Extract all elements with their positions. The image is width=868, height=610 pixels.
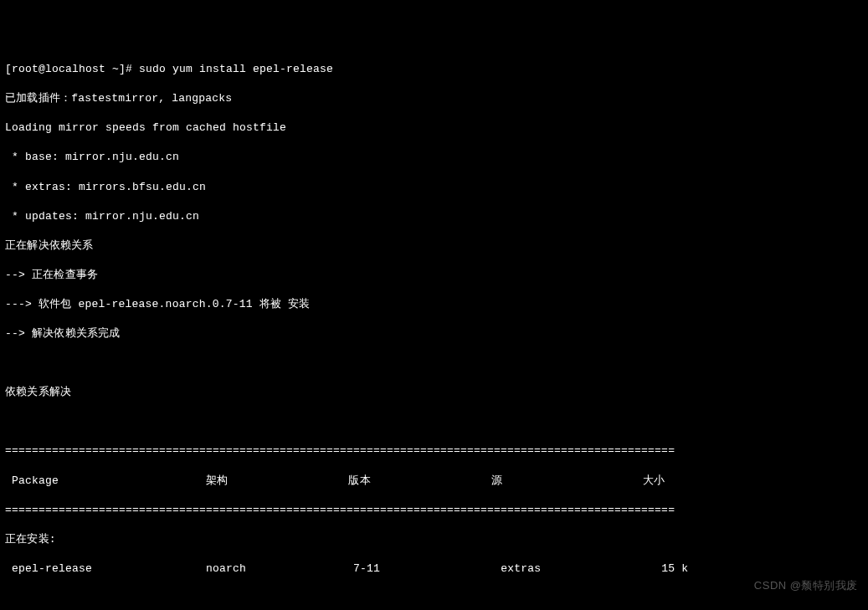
th-size: 大小 bbox=[643, 474, 665, 487]
th-package: Package bbox=[5, 474, 59, 487]
terminal-line: 已加载插件：fastestmirror, langpacks bbox=[5, 91, 863, 106]
shell-prompt: [root@localhost ~]# bbox=[5, 63, 139, 75]
cell-repo: extras bbox=[501, 562, 541, 575]
table-separator: ========================================… bbox=[5, 443, 863, 459]
table-row: epel-release noarch 7-11 extras 15 k bbox=[5, 561, 863, 577]
th-repo: 源 bbox=[491, 474, 502, 487]
terminal-line-prompt-cmd: [root@localhost ~]# sudo yum install epe… bbox=[5, 62, 863, 77]
table-header-row: Package 架构 版本 源 大小 bbox=[5, 474, 863, 489]
terminal-line: 正在解决依赖关系 bbox=[5, 238, 863, 254]
watermark-text: CSDN @颓特别我废 bbox=[754, 578, 858, 593]
terminal-line: --> 解决依赖关系完成 bbox=[5, 326, 863, 341]
table-separator: ========================================… bbox=[5, 503, 863, 518]
terminal-line: Loading mirror speeds from cached hostfi… bbox=[5, 120, 863, 136]
cell-package: epel-release bbox=[5, 562, 92, 575]
terminal-line: * extras: mirrors.bfsu.edu.cn bbox=[5, 180, 863, 195]
terminal-line: * base: mirror.nju.edu.cn bbox=[5, 150, 863, 165]
terminal-line: ---> 软件包 epel-release.noarch.0.7-11 将被 安… bbox=[5, 297, 863, 312]
th-version: 版本 bbox=[348, 474, 370, 487]
terminal-blank-line bbox=[5, 591, 863, 606]
entered-command: sudo yum install epel-release bbox=[139, 63, 333, 75]
terminal-blank-line bbox=[5, 414, 863, 429]
terminal-line: --> 正在检查事务 bbox=[5, 268, 863, 283]
cell-size: 15 k bbox=[661, 562, 688, 575]
terminal-line: 依赖关系解决 bbox=[5, 385, 863, 400]
th-arch: 架构 bbox=[206, 474, 228, 487]
terminal-blank-line bbox=[5, 356, 863, 371]
cell-version: 7-11 bbox=[353, 562, 380, 575]
cell-arch: noarch bbox=[206, 562, 246, 575]
terminal-line: * updates: mirror.nju.edu.cn bbox=[5, 209, 863, 224]
table-section-header: 正在安装: bbox=[5, 532, 863, 547]
